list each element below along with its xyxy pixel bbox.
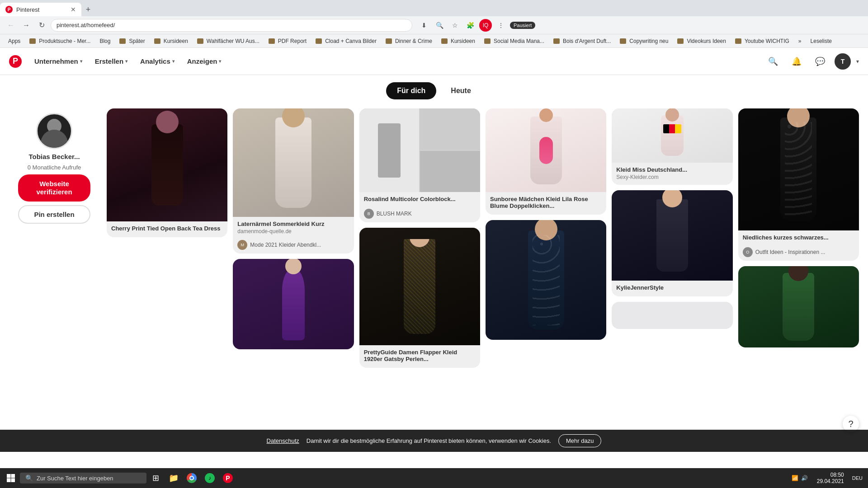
bookmark-kursideen2[interactable]: Kursideen <box>438 37 479 45</box>
pin-navy-floral-image <box>486 220 606 340</box>
datenschutz-link[interactable]: Datenschutz <box>267 437 299 444</box>
start-button[interactable] <box>3 470 19 486</box>
bookmark-more[interactable]: » <box>795 37 805 45</box>
create-pin-button[interactable]: Pin erstellen <box>18 205 90 224</box>
system-clock[interactable]: 08:50 29.04.2021 <box>813 472 848 484</box>
address-bar[interactable]: pinterest.at/homefeed/ <box>51 19 412 32</box>
pin-cherry-dress[interactable]: Cherry Print Tied Open Back Tea Dress <box>107 108 227 237</box>
bookmark-produktsuche[interactable]: Produktsuche - Mer... <box>26 37 94 45</box>
pin-bw-author-name: BLUSH MARK <box>377 211 412 217</box>
taskbar-spotify[interactable]: ♪ <box>202 470 218 486</box>
pin-floral-red[interactable]: Sunboree Mädchen Kleid Lila Rose Blume D… <box>486 108 606 215</box>
nav-analytics[interactable]: Analytics ▾ <box>135 54 180 69</box>
zoom-button[interactable]: 🔍 <box>433 19 446 32</box>
bookmarks-bar: Apps Produktsuche - Mer... Blog Später K… <box>0 34 868 48</box>
bookmark-bois[interactable]: Bois d'Argent Duft... <box>550 37 614 45</box>
taskbar-chrome[interactable] <box>184 470 200 486</box>
taskbar-task-view[interactable]: ⊞ <box>147 470 164 486</box>
volume-icon: 🔊 <box>801 475 808 481</box>
bookmark-apps[interactable]: Apps <box>5 37 24 45</box>
pin-gatsby[interactable]: PrettyGuide Damen Flapper Kleid 1920er G… <box>359 228 480 368</box>
bookmark-pdf[interactable]: PDF Report <box>265 37 310 45</box>
bookmark-kursideen1[interactable]: Kursideen <box>151 37 192 45</box>
bookmark-wahlfaecher[interactable]: Wahlfächer WU Aus... <box>193 37 263 45</box>
author-avatar: M <box>237 240 247 250</box>
pin-cherry-image <box>107 108 227 221</box>
bookmark-button[interactable]: ☆ <box>448 19 461 32</box>
extensions-button[interactable]: 🧩 <box>464 19 476 32</box>
taskbar-search[interactable]: 🔍 Zur Suche Text hier eingeben <box>20 473 146 483</box>
messages-button[interactable]: 💬 <box>811 52 829 70</box>
nav-anzeigen-label: Anzeigen <box>187 57 217 65</box>
pin-miss-germany-meta: Kleid Miss Deutschland... Sexy-Kleider.c… <box>612 163 732 185</box>
taskbar-search-text: Zur Suche Text hier eingeben <box>37 475 113 482</box>
back-button[interactable]: ← <box>5 19 17 32</box>
tab-heute[interactable]: Heute <box>440 82 481 99</box>
pin-bw-title: Rosalind Multicolor Colorblock... <box>364 196 476 202</box>
taskbar-pinterest-pinned[interactable]: P <box>220 470 236 486</box>
masonry-grid: Cherry Print Tied Open Back Tea Dress <box>107 108 859 377</box>
bookmark-blog[interactable]: Blog <box>96 37 114 45</box>
pin-bw-collage[interactable]: Rosalind Multicolor Colorblock... B BLUS… <box>359 108 480 222</box>
nav-erstellen[interactable]: Erstellen ▾ <box>90 54 133 69</box>
user-avatar[interactable]: T <box>835 53 851 70</box>
settings-button[interactable]: ⋮ <box>495 19 507 32</box>
pin-bw-image <box>359 108 480 192</box>
taskbar-system-tray: 📶 🔊 08:50 29.04.2021 DEU <box>788 472 865 484</box>
forward-button[interactable]: → <box>20 19 33 32</box>
bookmark-leseliste[interactable]: Leseliste <box>807 37 835 45</box>
pin-floral-red-meta: Sunboree Mädchen Kleid Lila Rose Blume D… <box>486 192 606 215</box>
pin-miss-germany[interactable]: Kleid Miss Deutschland... Sexy-Kleider.c… <box>612 108 732 185</box>
new-tab-button[interactable]: + <box>81 3 95 16</box>
reload-button[interactable]: ↻ <box>35 19 48 32</box>
pin-black-floral[interactable]: Niedliches kurzes schwarzes... O Outfit … <box>738 108 859 261</box>
nav-erstellen-label: Erstellen <box>95 57 123 65</box>
bookmark-cload[interactable]: Cload + Canva Bilder <box>312 37 380 45</box>
pin-gatsby-meta: PrettyGuide Damen Flapper Kleid 1920er G… <box>359 345 480 368</box>
pin-green-dress[interactable] <box>738 266 859 347</box>
profile-avatar[interactable] <box>36 113 72 149</box>
notifications-button[interactable]: 🔔 <box>788 52 806 70</box>
tab-fuer-dich[interactable]: Für dich <box>386 82 436 99</box>
pin-white-dress[interactable]: Laternärmel Sommerkleid Kurz damenmode-q… <box>233 108 354 253</box>
pin-floral-red-title: Sunboree Mädchen Kleid Lila Rose Blume D… <box>490 196 602 209</box>
bookmark-videokurs[interactable]: Videokurs Ideen <box>674 37 730 45</box>
system-icons[interactable]: 📶 🔊 <box>788 475 811 481</box>
pin-white2[interactable] <box>612 302 732 329</box>
nav-anzeigen[interactable]: Anzeigen ▾ <box>182 54 227 69</box>
masonry-col-5: Kleid Miss Deutschland... Sexy-Kleider.c… <box>612 108 732 368</box>
bookmark-dinner[interactable]: Dinner & Crime <box>382 37 436 45</box>
pin-black-cami[interactable]: KylieJennerStyle <box>612 190 732 296</box>
svg-rect-3 <box>11 479 15 483</box>
search-button[interactable]: 🔍 <box>764 52 782 70</box>
bookmark-spaeter[interactable]: Später <box>116 37 148 45</box>
download-button[interactable]: ⬇ <box>418 19 430 32</box>
taskbar-file-explorer[interactable]: 📁 <box>165 470 182 486</box>
svg-rect-0 <box>7 474 11 478</box>
bookmark-copywriting[interactable]: Copywriting neu <box>616 37 672 45</box>
active-tab[interactable]: P Pinterest ✕ <box>0 3 81 16</box>
profile-button[interactable]: IQ <box>479 19 492 32</box>
profile-section: Tobias Becker... 0 Monatliche Aufrufe We… <box>9 113 99 224</box>
pin-white-dress-image <box>233 108 354 217</box>
pin-bw-author: B BLUSH MARK <box>359 208 480 222</box>
bookmark-social-media[interactable]: Social Media Mana... <box>481 37 548 45</box>
header-right: 🔍 🔔 💬 T ▾ <box>764 52 859 70</box>
pin-navy-floral[interactable] <box>486 220 606 340</box>
tab-close-button[interactable]: ✕ <box>71 6 76 13</box>
pin-black-floral-image <box>738 108 859 230</box>
header-chevron-icon[interactable]: ▾ <box>856 58 859 65</box>
main-nav: Unternehmen ▾ Erstellen ▾ Analytics ▾ An… <box>29 54 226 69</box>
nav-unternehmen[interactable]: Unternehmen ▾ <box>29 54 88 69</box>
verify-website-button[interactable]: Webseite verifizieren <box>18 174 90 202</box>
main-content: Tobias Becker... 0 Monatliche Aufrufe We… <box>0 104 868 468</box>
paused-badge[interactable]: Pausiert <box>510 22 535 29</box>
pin-purple-gown[interactable] <box>233 259 354 349</box>
profile-monthly-views: 0 Monatliche Aufrufe <box>28 164 81 171</box>
pinterest-logo[interactable]: P <box>9 55 22 68</box>
bookmark-youtube[interactable]: Youtube WICHTIG <box>731 37 793 45</box>
masonry-col-1: Cherry Print Tied Open Back Tea Dress <box>107 108 227 368</box>
language-indicator[interactable]: DEU <box>849 475 865 481</box>
cookie-text: Damit wir dir die bestmögliche Erfahrung… <box>307 437 551 444</box>
mehr-dazu-button[interactable]: Mehr dazu <box>558 434 601 447</box>
